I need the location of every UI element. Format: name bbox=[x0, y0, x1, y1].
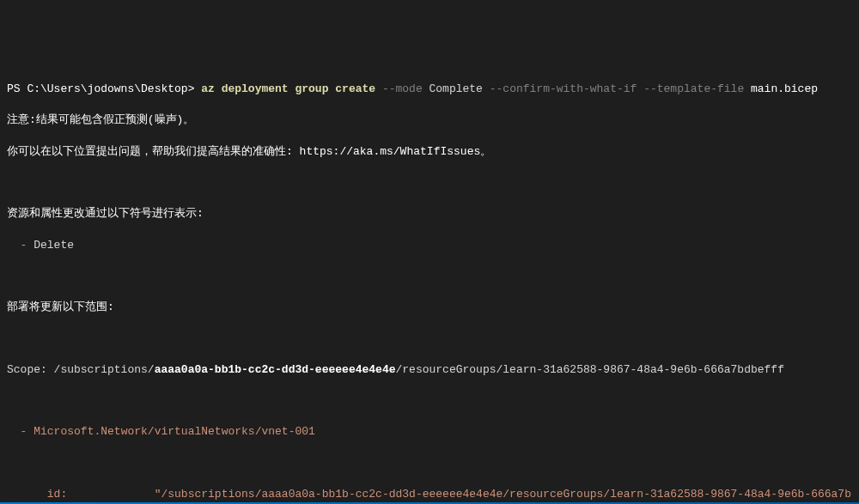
prop-id: id: "/subscriptions/aaaa0a0a-bb1b-cc2c-d… bbox=[7, 487, 852, 504]
scope-header: 部署将更新以下范围: bbox=[7, 300, 852, 315]
scope-line: Scope: /subscriptions/aaaa0a0a-bb1b-cc2c… bbox=[7, 362, 852, 378]
notice-line: 你可以在以下位置提出问题，帮助我们提高结果的准确性: https://aka.m… bbox=[7, 144, 852, 160]
resource-header-1: - Microsoft.Network/virtualNetworks/vnet… bbox=[7, 424, 852, 440]
legend-delete: - Delete bbox=[7, 238, 852, 253]
terminal-output: PS C:\Users\jodowns\Desktop> az deployme… bbox=[7, 66, 852, 504]
command-line: PS C:\Users\jodowns\Desktop> az deployme… bbox=[7, 82, 852, 97]
notice-line: 注意:结果可能包含假正预测(噪声)。 bbox=[7, 112, 852, 128]
legend-header: 资源和属性更改通过以下符号进行表示: bbox=[7, 206, 852, 222]
